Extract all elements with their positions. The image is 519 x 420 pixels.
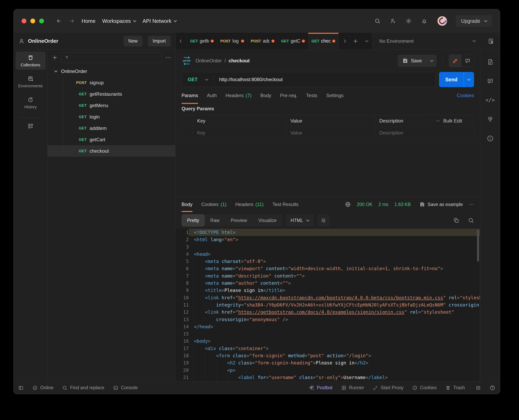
environment-quick-look-icon[interactable] [482,33,500,49]
sidebar-search-input[interactable] [61,52,162,63]
scroll-tabs-right-icon[interactable] [339,33,350,49]
tab-headers[interactable]: Headers(7) [226,87,252,104]
toggle-sidebar-icon[interactable] [18,385,23,390]
sidebar-request-getRestaurants[interactable]: GETgetRestaurants [48,88,175,100]
comment-button[interactable] [461,55,474,67]
view-raw[interactable]: Raw [205,214,225,227]
response-tab-body[interactable]: Body [182,197,192,212]
value-input[interactable]: Value [286,127,375,139]
start-proxy-button[interactable]: Start Proxy [373,385,404,390]
response-more-actions-icon[interactable] [469,202,474,207]
code-snippet-icon[interactable]: </> [485,97,495,103]
cookies-link[interactable]: Cookies [457,87,474,104]
save-as-example-button[interactable]: Save as example [420,202,463,207]
maximize-window-button[interactable] [39,19,44,23]
view-pretty[interactable]: Pretty [182,214,205,227]
send-button[interactable]: Send [439,72,464,87]
import-button[interactable]: Import [148,36,170,46]
response-size[interactable]: 1.63 KB [394,202,411,207]
request-tab[interactable]: POSTlog [217,33,247,49]
sidebar-more-actions-icon[interactable] [165,55,171,60]
configure-sidebar-grid-icon[interactable] [28,123,34,129]
rail-item-environments[interactable]: Environments [15,73,46,91]
collection-row[interactable]: OnlineOrder [48,66,175,77]
tab-options-chevron-icon[interactable] [361,33,372,49]
new-tab-plus-icon[interactable] [350,33,361,49]
tab-prereq[interactable]: Pre-req. [280,87,298,104]
panel-layout-icon[interactable] [476,385,481,390]
environment-selector[interactable]: No Environment [372,33,482,49]
postbot-button[interactable]: Postbot [309,385,332,391]
language-selector[interactable]: HTML [286,214,314,227]
nav-home[interactable]: Home [82,18,95,24]
bulk-edit-button[interactable]: Bulk Edit [443,118,462,124]
close-window-button[interactable] [22,19,26,23]
copy-icon[interactable] [453,218,459,223]
sidebar-request-login[interactable]: GETlogin [48,111,175,122]
tab-body[interactable]: Body [260,87,271,104]
scroll-tabs-left-icon[interactable] [176,33,187,49]
method-selector[interactable]: GET [182,77,214,82]
response-time[interactable]: 2 ms [378,202,389,207]
save-button[interactable]: Save [398,54,427,67]
tab-tests[interactable]: Tests [306,87,318,104]
more-options-icon[interactable] [436,119,440,123]
key-input[interactable]: Key [193,127,286,139]
search-response-icon[interactable] [468,218,474,223]
help-icon[interactable] [490,385,495,391]
response-body-viewer[interactable]: 1<!DOCTYPE html>2<html lang="en">34<head… [176,229,480,381]
breadcrumb-collection[interactable]: OnlineOrder [196,58,222,64]
request-tab[interactable]: GETgetM [187,33,217,49]
new-button[interactable]: New [123,36,142,46]
response-tab-cookies[interactable]: Cookies(1) [201,197,227,212]
rail-item-history[interactable]: History [15,94,46,112]
settings-gear-icon[interactable] [404,18,413,24]
console-toggle[interactable]: Console [113,385,138,390]
save-options-chevron[interactable] [427,54,437,67]
nav-workspaces[interactable]: Workspaces [102,18,136,24]
rename-pencil-button[interactable] [449,55,461,67]
comments-icon[interactable] [487,78,493,84]
request-tab[interactable]: GETgetC [278,33,308,49]
breadcrumb-request-name[interactable]: checkout [229,58,250,64]
runner-button[interactable]: Runner [341,385,364,390]
network-globe-icon[interactable] [345,201,351,207]
sidebar-request-checkout[interactable]: GETcheckout [48,145,175,157]
search-icon[interactable] [373,18,382,24]
invite-user-icon[interactable] [389,18,397,24]
trash-button[interactable]: Trash [445,385,465,390]
status-badge[interactable]: 200 OK [357,202,373,207]
info-icon[interactable] [487,135,494,142]
sidebar-request-getMenu[interactable]: GETgetMenu [48,100,175,111]
tab-auth[interactable]: Auth [207,87,217,104]
notifications-bell-icon[interactable] [420,18,429,24]
add-collection-plus-icon[interactable] [52,55,58,60]
url-input[interactable]: http://localhost:8080/checkout [214,77,283,82]
online-status[interactable]: Online [32,385,53,390]
wrap-text-button[interactable] [317,214,330,227]
sidebar-request-getCart[interactable]: GETgetCart [48,134,175,145]
send-options-chevron[interactable] [464,72,474,87]
related-requests-lightbulb-icon[interactable] [487,116,493,122]
view-preview[interactable]: Preview [225,214,253,227]
cookies-button[interactable]: Cookies [412,385,437,390]
sidebar-request-additem[interactable]: GETadditem [48,122,175,134]
upgrade-button[interactable]: Upgrade [456,15,492,27]
workspace-name[interactable]: OnlineOrder [28,38,58,44]
back-arrow-icon[interactable] [56,18,62,24]
response-tab-testresults[interactable]: Test Results [272,197,298,212]
request-tab[interactable]: POSTaddi [247,33,278,49]
tab-settings[interactable]: Settings [326,87,344,104]
description-input[interactable]: Description [375,127,432,139]
avatar[interactable] [437,16,447,26]
nav-api-network[interactable]: API Network [143,18,176,24]
find-and-replace[interactable]: Find and replace [62,385,104,390]
documentation-icon[interactable] [487,59,493,65]
scrollbar-thumb[interactable] [477,230,479,262]
sidebar-request-signup[interactable]: POSTsignup [48,77,175,88]
minimize-window-button[interactable] [31,19,35,23]
rail-item-collections[interactable]: Collections [15,52,46,70]
forward-arrow-icon[interactable] [69,18,75,24]
view-visualize[interactable]: Visualize [253,214,282,227]
tab-params[interactable]: Params [182,87,198,104]
